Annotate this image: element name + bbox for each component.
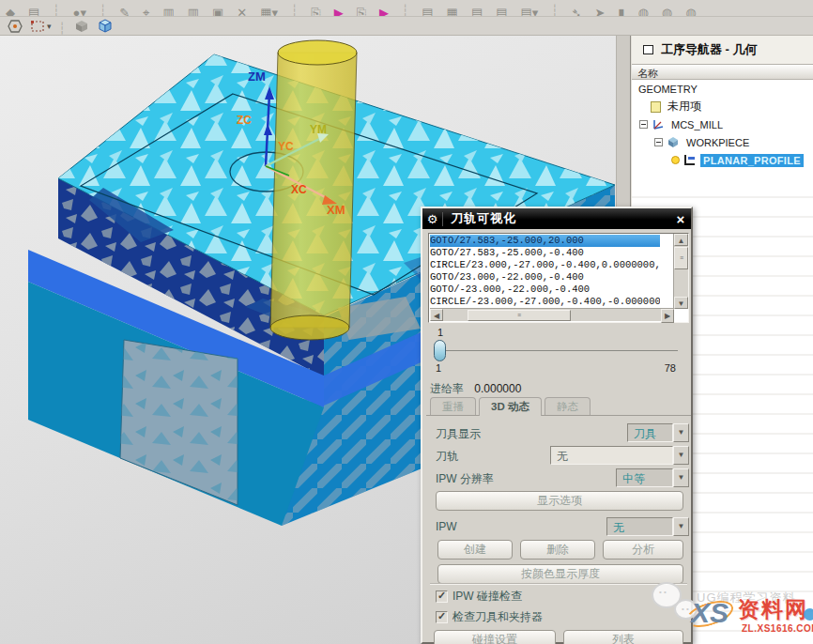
snap-point-icon[interactable] xyxy=(8,19,23,34)
toolpath-line-selected[interactable]: GOTO/27.583,-25.000,20.000 xyxy=(430,235,660,247)
tool-display-row: 刀具显示 刀具 ▼ xyxy=(432,423,685,442)
toolpath-line[interactable]: CIRCLE/-23.000,-27.000,-0.400,-0.0000000… xyxy=(430,296,660,308)
copy-icon[interactable]: ⎘ xyxy=(357,7,366,17)
horizontal-scroll-thumb[interactable]: ≡ xyxy=(468,310,571,321)
solid-cube-icon[interactable] xyxy=(73,19,89,34)
slider-current-value: 1 xyxy=(437,327,443,338)
planar-profile-icon xyxy=(683,154,697,166)
visible-layer-icon[interactable]: ▤ xyxy=(496,7,507,17)
toolbar-separator: ┆ xyxy=(53,4,59,17)
analyze-button[interactable]: 分析 xyxy=(603,540,683,560)
toolbar-separator: ┆ xyxy=(291,4,298,17)
navigator-title: 工序导航器 - 几何 xyxy=(661,41,758,58)
move-layer-icon[interactable]: ▤▾ xyxy=(520,7,538,17)
tree-row-workpiece[interactable]: WORKPIECE xyxy=(632,133,813,151)
toolpath-row: 刀轨 无 ▼ xyxy=(432,446,685,465)
layer-settings-icon[interactable]: ▤ xyxy=(471,7,483,17)
orient-icon[interactable]: ◍ xyxy=(662,7,672,17)
chevron-down-icon[interactable]: ▼ xyxy=(673,468,689,487)
tool-holder-check-row[interactable]: 检查刀具和夹持器 xyxy=(436,609,543,624)
dialog-titlebar[interactable]: ⚙ 刀轨可视化 × xyxy=(422,208,691,229)
wireframe-cube-icon[interactable] xyxy=(97,18,114,34)
tree-row-unused[interactable]: 未用项 xyxy=(632,98,813,115)
toolpath-line[interactable]: GOTO/27.583,-25.000,-0.400 xyxy=(430,247,660,259)
ipw-collision-label: IPW 碰撞检查 xyxy=(453,589,522,605)
checkbox-checked-icon[interactable] xyxy=(436,590,448,603)
pattern-icon[interactable]: ▦▾ xyxy=(260,7,278,17)
delete-button[interactable]: 删除 xyxy=(520,540,595,560)
layer-icon[interactable]: ▤ xyxy=(422,7,433,17)
checkbox-checked-icon[interactable] xyxy=(436,611,448,623)
scroll-up-icon[interactable]: ▲ xyxy=(674,234,688,246)
tools-icon[interactable]: ➴ xyxy=(572,7,582,17)
tool-display-label: 刀具显示 xyxy=(436,426,481,442)
collapse-icon[interactable] xyxy=(639,120,648,129)
axis-label-zc: ZC xyxy=(237,114,252,127)
group-icon[interactable]: ▦ xyxy=(447,7,458,17)
tab-3d-dynamic[interactable]: 3D 动态 xyxy=(479,397,542,416)
collapse-icon[interactable] xyxy=(654,138,663,146)
ipw-resolution-dropdown[interactable]: 中等 ▼ xyxy=(616,468,689,487)
toolpath-line[interactable]: GOTO/23.000,-22.000,-0.400 xyxy=(430,271,660,284)
list-button[interactable]: 列表 xyxy=(563,630,683,644)
ipw-label: IPW xyxy=(436,520,457,533)
feature-icon[interactable]: ⌖ xyxy=(143,7,149,17)
toolpath-line[interactable]: CIRCLE/23.000,-27.000,-0.400,0.0000000,0… xyxy=(430,259,660,271)
slider-max-label: 78 xyxy=(665,362,676,374)
chevron-down-icon[interactable]: ▼ xyxy=(673,446,689,465)
chevron-down-icon[interactable]: ▼ xyxy=(673,423,689,442)
slot-icon[interactable]: ▣ xyxy=(212,7,223,17)
delete-x-icon[interactable]: ✕ xyxy=(237,7,247,17)
toolpath-list[interactable]: GOTO/27.583,-25.000,20.000 GOTO/27.583,-… xyxy=(428,233,689,323)
render-style-icon[interactable]: ➤ xyxy=(594,7,605,17)
close-icon[interactable]: × xyxy=(670,211,691,227)
scroll-right-icon[interactable]: ▶ xyxy=(661,309,674,323)
sphere-icon[interactable]: ●▾ xyxy=(73,7,86,17)
chevron-down-icon[interactable]: ▼ xyxy=(673,517,689,536)
toolpath-line[interactable]: GOTO/-23.000,-22.000,-0.400 xyxy=(430,284,660,296)
clipboard-icon[interactable]: ⎘ xyxy=(311,7,320,17)
create-button[interactable]: 创建 xyxy=(437,540,513,560)
dynamic-tab-page: 刀具显示 刀具 ▼ 刀轨 无 ▼ IPW 分辨率 中等 ▼ xyxy=(426,415,691,644)
pocket-icon[interactable]: ▥ xyxy=(162,7,174,17)
collision-settings-button[interactable]: 碰撞设置 xyxy=(434,630,556,644)
vertical-scroll-thumb[interactable]: ≡ xyxy=(674,247,688,269)
geometry-tree: GEOMETRY 未用项 MCS_MILL WORKPIECE PLANAR_P… xyxy=(632,80,813,169)
tool-display-dropdown[interactable]: 刀具 ▼ xyxy=(627,423,689,442)
arrow-pink2-icon[interactable]: ▶ xyxy=(379,7,389,17)
column-header-name[interactable]: 名称 xyxy=(632,64,813,80)
datum-list-icon[interactable]: ▤ xyxy=(28,7,39,17)
vertical-scrollbar[interactable]: ▲ ≡ ▼ xyxy=(673,234,688,309)
tab-replay[interactable]: 重播 xyxy=(430,397,476,415)
tab-static[interactable]: 静态 xyxy=(545,397,591,415)
playback-tabs: 重播 3D 动态 静态 xyxy=(430,397,591,415)
tree-row-planar-profile[interactable]: PLANAR_PROFILE xyxy=(632,151,813,169)
ipw-collision-check-row[interactable]: IPW 碰撞检查 xyxy=(436,589,522,604)
wireframe-icon[interactable]: ◍ xyxy=(637,7,648,17)
scroll-down-icon[interactable]: ▼ xyxy=(674,297,688,309)
sketch-icon[interactable]: ✎ xyxy=(119,7,130,17)
arrow-pink-icon[interactable]: ▶ xyxy=(334,7,344,17)
toolpath-dropdown[interactable]: 无 ▼ xyxy=(550,446,689,465)
horizontal-scrollbar[interactable]: ◀ ≡ ▶ xyxy=(430,308,674,321)
shaded-icon[interactable]: ▮ xyxy=(618,7,624,17)
tree-row-mcs-mill[interactable]: MCS_MILL xyxy=(632,115,813,133)
toolbar-selection: ▾ ┆ xyxy=(0,17,813,36)
ipw-dropdown[interactable]: 无 ▼ xyxy=(606,517,689,536)
ipw-row: IPW 无 ▼ xyxy=(432,517,685,536)
pad-icon[interactable]: ▥ xyxy=(188,7,199,17)
part-icon[interactable]: ◆ xyxy=(6,7,15,17)
feedrate-row: 进给率 0.000000 xyxy=(430,381,521,397)
thickness-by-color-button[interactable]: 按颜色显示厚度 xyxy=(437,564,683,584)
mcs-icon xyxy=(652,118,665,130)
motion-slider-track[interactable] xyxy=(436,350,678,351)
selection-rectangle-icon[interactable]: ▾ xyxy=(30,20,52,33)
scroll-left-icon[interactable]: ◀ xyxy=(430,309,443,321)
toolbar-separator: ┆ xyxy=(402,4,408,17)
divider xyxy=(430,583,687,584)
extra-icon[interactable]: ◍ xyxy=(685,7,696,17)
display-options-button[interactable]: 显示选项 xyxy=(436,491,683,511)
tree-row-geometry[interactable]: GEOMETRY xyxy=(632,80,813,98)
motion-slider-thumb[interactable] xyxy=(434,340,446,361)
ipw-resolution-row: IPW 分辨率 中等 ▼ xyxy=(432,468,685,487)
